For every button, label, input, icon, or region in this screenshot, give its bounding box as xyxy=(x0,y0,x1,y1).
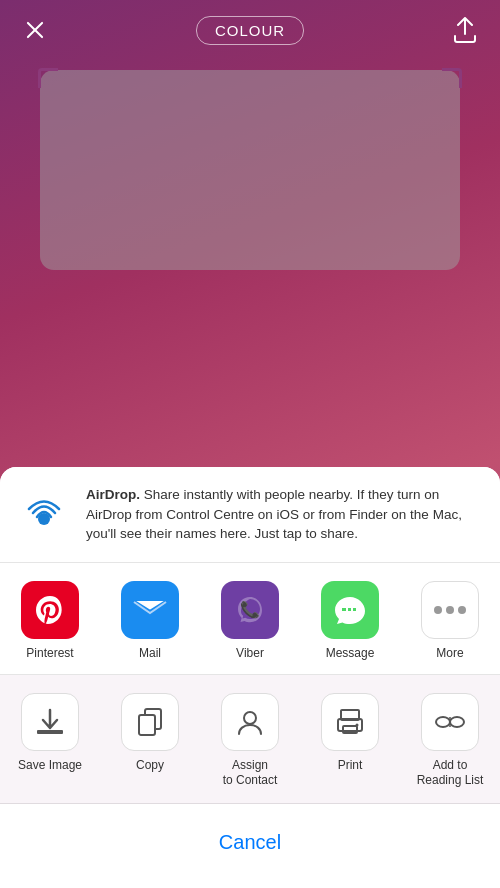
svg-point-10 xyxy=(244,712,256,724)
svg-point-6 xyxy=(458,606,466,614)
app-pinterest[interactable]: Pinterest xyxy=(15,581,85,660)
cancel-button[interactable]: Cancel xyxy=(16,816,484,868)
share-button[interactable] xyxy=(450,15,480,45)
corner-tl xyxy=(38,68,58,88)
copy-icon xyxy=(121,693,179,751)
save-image-icon xyxy=(21,693,79,751)
svg-point-14 xyxy=(356,723,359,726)
app-message[interactable]: Message xyxy=(315,581,385,660)
svg-text:📞: 📞 xyxy=(240,600,260,619)
pinterest-icon xyxy=(21,581,79,639)
action-reading-list[interactable]: Add toReading List xyxy=(415,693,485,789)
svg-point-5 xyxy=(446,606,454,614)
svg-rect-7 xyxy=(37,730,63,734)
print-label: Print xyxy=(338,758,363,774)
close-button[interactable] xyxy=(20,15,50,45)
app-more[interactable]: More xyxy=(415,581,485,660)
viber-label: Viber xyxy=(236,646,264,660)
copy-label: Copy xyxy=(136,758,164,774)
share-sheet: AirDrop. Share instantly with people nea… xyxy=(0,467,500,888)
action-print[interactable]: Print xyxy=(315,693,385,774)
airdrop-text: Share instantly with people nearby. If t… xyxy=(86,487,462,541)
airdrop-icon xyxy=(16,486,72,542)
reading-list-label: Add toReading List xyxy=(417,758,484,789)
cancel-section: Cancel xyxy=(0,804,500,888)
svg-point-4 xyxy=(434,606,442,614)
action-save-image[interactable]: Save Image xyxy=(15,693,85,774)
reading-list-icon xyxy=(421,693,479,751)
apps-section: Pinterest Mail 📞 xyxy=(0,563,500,675)
message-label: Message xyxy=(326,646,375,660)
top-bar: COLOUR xyxy=(0,0,500,60)
pinterest-label: Pinterest xyxy=(26,646,73,660)
app-mail[interactable]: Mail xyxy=(115,581,185,660)
viber-icon: 📞 xyxy=(221,581,279,639)
airdrop-section[interactable]: AirDrop. Share instantly with people nea… xyxy=(0,467,500,563)
action-copy[interactable]: Copy xyxy=(115,693,185,774)
print-icon xyxy=(321,693,379,751)
assign-contact-label: Assignto Contact xyxy=(223,758,278,789)
airdrop-bold: AirDrop. xyxy=(86,487,140,502)
app-viber[interactable]: 📞 Viber xyxy=(215,581,285,660)
title-label: COLOUR xyxy=(196,16,304,45)
preview-area xyxy=(40,70,460,270)
svg-point-15 xyxy=(436,717,450,727)
airdrop-description: AirDrop. Share instantly with people nea… xyxy=(86,485,484,544)
corner-tr xyxy=(442,68,462,88)
mail-icon xyxy=(121,581,179,639)
svg-rect-9 xyxy=(139,715,155,735)
more-label: More xyxy=(436,646,463,660)
svg-point-16 xyxy=(450,717,464,727)
mail-label: Mail xyxy=(139,646,161,660)
message-icon xyxy=(321,581,379,639)
action-assign-contact[interactable]: Assignto Contact xyxy=(215,693,285,789)
assign-contact-icon xyxy=(221,693,279,751)
save-image-label: Save Image xyxy=(18,758,82,774)
actions-section: Save Image Copy Assignto Contact xyxy=(0,675,500,804)
more-icon xyxy=(421,581,479,639)
